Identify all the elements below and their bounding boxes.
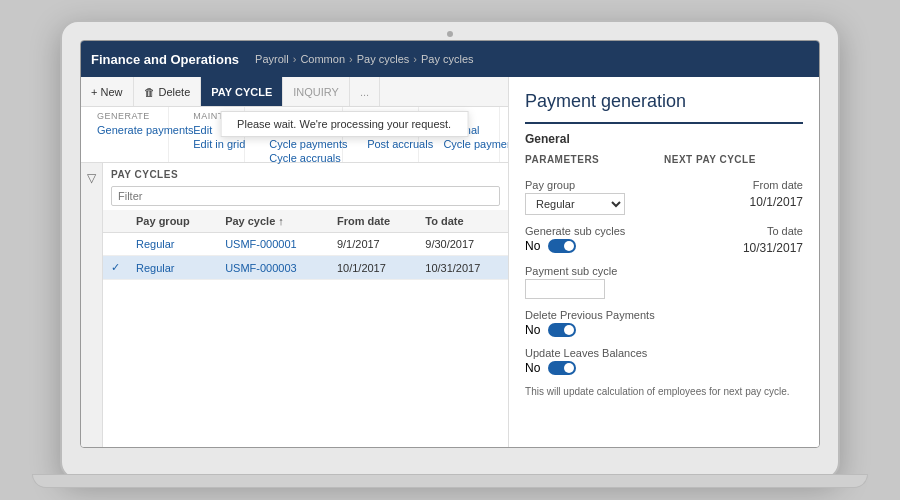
col-from-date[interactable]: From date [329, 210, 417, 233]
table-row[interactable]: ✓ Regular USMF-000003 10/1/2017 10/31/20… [103, 256, 508, 280]
search-bar [103, 182, 508, 210]
breadcrumb-sep1: › [293, 53, 297, 65]
toolbar: + New 🗑 Delete PAY CYCLE INQUIRY ... [81, 77, 508, 107]
toast-message: Please wait. We're processing your reque… [220, 111, 468, 137]
app-brand: Finance and Operations [91, 52, 239, 67]
col-header-params: PARAMETERS [525, 154, 664, 171]
row2-to-date: 10/31/2017 [417, 256, 508, 280]
from-date-label: From date [670, 175, 803, 193]
param-note: This will update calculation of employee… [525, 385, 803, 399]
ribbon-generate-payments[interactable]: Generate payments [97, 124, 160, 136]
update-leaves-toggle[interactable] [548, 361, 576, 375]
tab-inquiry[interactable]: INQUIRY [283, 77, 350, 106]
col-to-date[interactable]: To date [417, 210, 508, 233]
col-header-next: NEXT PAY CYCLE [664, 154, 803, 171]
pay-group-row: Pay group Regular Biweekly Monthly From … [525, 175, 803, 221]
row1-pay-group[interactable]: Regular [128, 233, 217, 256]
to-date-col: To date 10/31/2017 [670, 221, 803, 261]
update-leaves-toggle-row: No [525, 361, 803, 375]
delete-icon: 🗑 [144, 86, 155, 98]
pay-group-col: Pay group Regular Biweekly Monthly [525, 175, 658, 221]
col-pay-group[interactable]: Pay group [128, 210, 217, 233]
update-leaves-label: Update Leaves Balances [525, 343, 803, 361]
row2-from-date: 10/1/2017 [329, 256, 417, 280]
breadcrumb-paycycles1[interactable]: Pay cycles [357, 53, 410, 65]
delete-button[interactable]: 🗑 Delete [134, 77, 202, 106]
ribbon-edit-grid[interactable]: Edit in grid [193, 138, 236, 150]
gen-sub-label: Generate sub cycles [525, 221, 658, 239]
check-icon: ✓ [111, 261, 120, 273]
side-filter: ▽ [81, 163, 103, 447]
from-date-col: From date 10/1/2017 [670, 175, 803, 221]
gen-sub-toggle-row: No [525, 239, 658, 253]
ribbon-cycle-payments[interactable]: Cycle payments [269, 138, 334, 150]
right-panel: Payment generation General PARAMETERS NE… [509, 77, 819, 447]
from-date-value: 10/1/2017 [670, 193, 803, 215]
content-area: ▽ PAY CYCLES Pay grou [81, 163, 508, 447]
delete-prev-toggle-row: No [525, 323, 803, 337]
params-grid: PARAMETERS NEXT PAY CYCLE [525, 154, 803, 171]
to-date-label: To date [670, 221, 803, 239]
delete-prev-label: Delete Previous Payments [525, 305, 803, 323]
ribbon-group-generate: GENERATE Generate payments [89, 107, 169, 162]
table-row[interactable]: Regular USMF-000001 9/1/2017 9/30/2017 [103, 233, 508, 256]
table-area: PAY CYCLES Pay group Pay cycle ↑ [103, 163, 508, 447]
payment-sub-input[interactable] [525, 279, 605, 299]
section-divider [525, 122, 803, 124]
section-name-general: General [525, 132, 803, 146]
main-area: + New 🗑 Delete PAY CYCLE INQUIRY ... GEN… [81, 77, 819, 447]
ribbon-post-accruals[interactable]: Post accruals [367, 138, 410, 150]
update-leaves-no: No [525, 361, 540, 375]
gen-sub-toggle[interactable] [548, 239, 576, 253]
tab-pay-cycle[interactable]: PAY CYCLE [201, 77, 283, 106]
row1-to-date: 9/30/2017 [417, 233, 508, 256]
row2-pay-cycle[interactable]: USMF-000003 [217, 256, 329, 280]
data-table: Pay group Pay cycle ↑ From date To date [103, 210, 508, 280]
breadcrumb-common[interactable]: Common [300, 53, 345, 65]
col-check [103, 210, 128, 233]
top-nav: Finance and Operations Payroll › Common … [81, 41, 819, 77]
payment-sub-label: Payment sub cycle [525, 261, 803, 279]
generate-sub-row: Generate sub cycles No To date 10/31/201… [525, 221, 803, 261]
ribbon: GENERATE Generate payments MAINTAIN Edit… [81, 107, 508, 163]
filter-icon[interactable]: ▽ [87, 171, 96, 185]
delete-prev-no: No [525, 323, 540, 337]
panel-title: Payment generation [525, 91, 803, 112]
breadcrumb: Payroll › Common › Pay cycles › Pay cycl… [255, 53, 473, 65]
new-button[interactable]: + New [81, 77, 134, 106]
app-container: Finance and Operations Payroll › Common … [81, 41, 819, 447]
pay-group-label: Pay group [525, 175, 658, 193]
ribbon-cycle-payment[interactable]: Cycle payment [443, 138, 491, 150]
laptop-camera [447, 31, 453, 37]
breadcrumb-paycycles2[interactable]: Pay cycles [421, 53, 474, 65]
gen-sub-col: Generate sub cycles No [525, 221, 658, 261]
pay-group-select[interactable]: Regular Biweekly Monthly [525, 193, 625, 215]
row1-from-date: 9/1/2017 [329, 233, 417, 256]
laptop-shell: Finance and Operations Payroll › Common … [60, 20, 840, 480]
section-header-pay-cycles: PAY CYCLES [103, 163, 508, 182]
table-header-row: Pay group Pay cycle ↑ From date To date [103, 210, 508, 233]
tab-more[interactable]: ... [350, 77, 380, 106]
laptop-screen: Finance and Operations Payroll › Common … [80, 40, 820, 448]
gen-sub-no: No [525, 239, 540, 253]
laptop-base [32, 474, 868, 488]
breadcrumb-sep2: › [349, 53, 353, 65]
row2-pay-group[interactable]: Regular [128, 256, 217, 280]
ribbon-cycle-accruals[interactable]: Cycle accruals [269, 152, 334, 164]
row1-pay-cycle[interactable]: USMF-000001 [217, 233, 329, 256]
breadcrumb-sep3: › [413, 53, 417, 65]
row2-check: ✓ [103, 256, 128, 280]
filter-input[interactable] [111, 186, 500, 206]
col-pay-cycle[interactable]: Pay cycle ↑ [217, 210, 329, 233]
delete-prev-toggle[interactable] [548, 323, 576, 337]
breadcrumb-payroll[interactable]: Payroll [255, 53, 289, 65]
row1-check [103, 233, 128, 256]
to-date-value: 10/31/2017 [670, 239, 803, 261]
left-panel: + New 🗑 Delete PAY CYCLE INQUIRY ... GEN… [81, 77, 509, 447]
